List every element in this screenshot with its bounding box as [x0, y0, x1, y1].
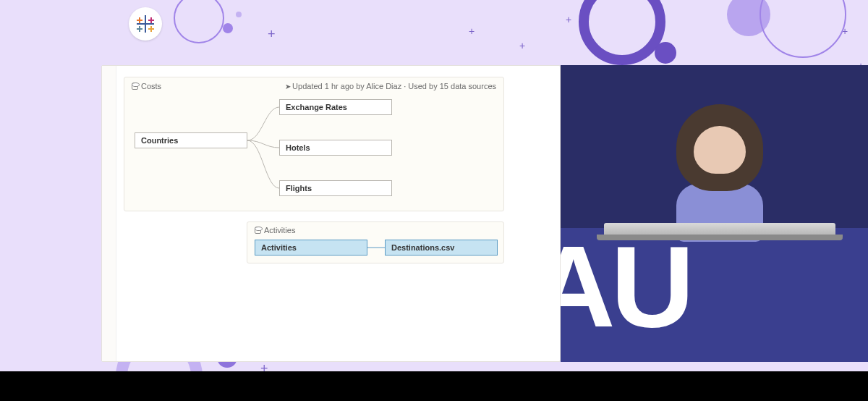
node-label: Hotels: [286, 143, 310, 152]
database-icon: [255, 227, 261, 234]
tableau-logo-badge: [129, 7, 162, 41]
slide-stage: + + + + + + +: [0, 0, 868, 371]
costs-meta-text: Updated 1 hr ago by Alice Diaz · Used by…: [292, 82, 496, 90]
node-exchange-rates[interactable]: Exchange Rates: [279, 99, 392, 115]
node-destinations[interactable]: Destinations.csv: [385, 240, 498, 256]
node-countries[interactable]: Countries: [135, 132, 247, 148]
node-activities[interactable]: Activities: [255, 240, 367, 256]
decor-dot: [223, 23, 233, 33]
decor-dot: [655, 42, 676, 64]
node-label: Exchange Rates: [286, 103, 347, 111]
decor-ring: [760, 0, 846, 58]
data-source-canvas[interactable]: Costs ➤Updated 1 hr ago by Alice Diaz · …: [101, 65, 561, 362]
left-rail: [102, 66, 116, 361]
decor-ring: [579, 0, 665, 65]
stage-backdrop-text: AU: [561, 220, 690, 353]
node-label: Activities: [261, 243, 297, 252]
plus-icon: +: [566, 14, 571, 25]
tableau-logo-icon: [135, 14, 156, 34]
letterbox: + + + + + + +: [0, 0, 868, 401]
letterbox-bottom: [0, 371, 868, 401]
cursor-icon: ➤: [285, 83, 291, 90]
costs-shared-object[interactable]: Costs ➤Updated 1 hr ago by Alice Diaz · …: [124, 77, 504, 211]
plus-icon: +: [268, 28, 276, 41]
presenter-video-panel: AU: [561, 65, 868, 362]
node-flights[interactable]: Flights: [279, 180, 392, 196]
costs-title-row: Costs: [132, 82, 161, 90]
node-label: Countries: [141, 136, 178, 145]
costs-meta: ➤Updated 1 hr ago by Alice Diaz · Used b…: [285, 82, 496, 90]
activities-shared-object[interactable]: Activities Activities Destinations.csv: [247, 221, 504, 263]
decor-dot: [236, 12, 242, 17]
node-label: Flights: [286, 184, 312, 193]
costs-title: Costs: [141, 82, 161, 90]
activities-title-row: Activities: [255, 226, 295, 235]
plus-icon: +: [260, 362, 268, 371]
node-hotels[interactable]: Hotels: [279, 140, 392, 156]
database-icon: [132, 83, 138, 90]
decor-ring: [174, 0, 224, 43]
plus-icon: +: [469, 26, 475, 36]
activities-title: Activities: [264, 226, 295, 235]
node-label: Destinations.csv: [391, 243, 454, 252]
plus-icon: +: [519, 41, 525, 51]
presenter-figure: [647, 94, 792, 239]
